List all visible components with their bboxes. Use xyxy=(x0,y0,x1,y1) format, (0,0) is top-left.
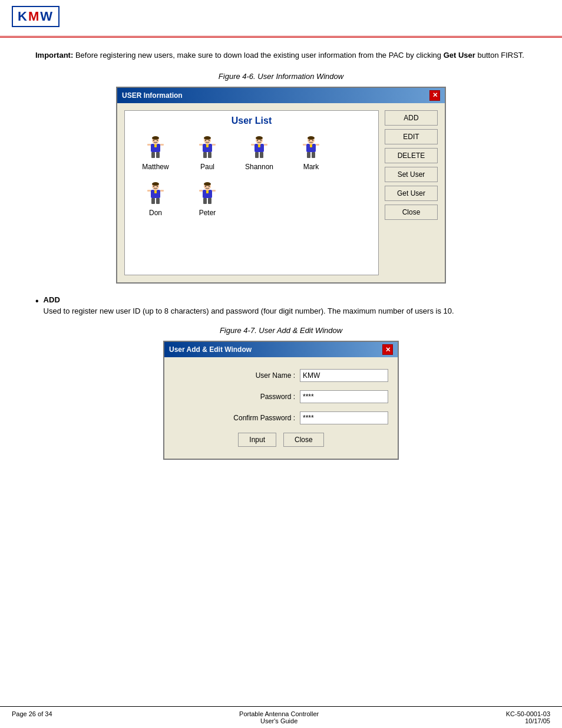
svg-point-54 xyxy=(157,186,158,187)
get-user-button[interactable]: Get User xyxy=(385,186,438,201)
svg-rect-52 xyxy=(154,190,157,193)
user-info-title: USER Information xyxy=(122,91,183,100)
svg-point-31 xyxy=(257,140,258,141)
svg-point-53 xyxy=(153,186,154,187)
svg-rect-8 xyxy=(154,144,157,147)
svg-rect-14 xyxy=(203,152,207,158)
svg-point-65 xyxy=(209,186,210,187)
form-buttons: Input Close xyxy=(174,433,388,447)
logo-w: W xyxy=(40,9,54,24)
username-input[interactable] xyxy=(300,369,388,382)
user-item-mark[interactable]: Mark xyxy=(287,136,335,171)
main-content: Important: Before registering new users,… xyxy=(0,38,562,483)
confirm-password-label: Confirm Password : xyxy=(233,414,295,422)
user-grid-row2: Don xyxy=(130,179,373,219)
input-button[interactable]: Input xyxy=(238,433,276,447)
svg-rect-49 xyxy=(147,190,151,192)
logo-m: M xyxy=(28,9,40,24)
svg-point-10 xyxy=(157,140,158,141)
svg-point-23 xyxy=(256,136,263,140)
get-user-bold: Get User xyxy=(444,51,475,60)
edit-button[interactable]: EDIT xyxy=(385,129,438,144)
user-icon-peter xyxy=(197,182,218,207)
svg-rect-61 xyxy=(212,190,216,192)
confirm-password-row: Confirm Password : xyxy=(174,411,388,424)
footer-center-line2: User's Guide xyxy=(52,717,506,724)
close-user-info-button[interactable]: Close xyxy=(385,205,438,220)
svg-rect-48 xyxy=(156,198,160,204)
user-info-close-button[interactable]: ✕ xyxy=(429,90,440,101)
user-name-mark: Mark xyxy=(303,163,319,171)
important-text1: Before registering new users, make sure … xyxy=(73,51,443,60)
delete-button[interactable]: DELETE xyxy=(385,148,438,163)
user-grid-row1: Matthew xyxy=(130,133,373,173)
user-add-window: User Add & Edit Window ✕ User Name : Pas… xyxy=(163,341,399,460)
password-input[interactable] xyxy=(300,390,388,403)
svg-rect-63 xyxy=(206,190,209,193)
user-add-title: User Add & Edit Window xyxy=(169,345,252,354)
add-bullet-desc: Used to register new user ID (up to 8 ch… xyxy=(44,305,454,317)
svg-rect-30 xyxy=(258,144,260,147)
user-item-matthew[interactable]: Matthew xyxy=(132,136,179,171)
important-bold: Important: xyxy=(35,51,73,60)
add-bullet-title: ADD xyxy=(44,295,454,304)
logo-k: K xyxy=(18,9,28,24)
user-add-close-icon[interactable]: ✕ xyxy=(382,344,393,355)
close-add-button[interactable]: Close xyxy=(283,433,324,447)
svg-rect-7 xyxy=(154,143,157,144)
svg-rect-16 xyxy=(199,144,203,146)
svg-rect-27 xyxy=(251,144,254,146)
svg-rect-51 xyxy=(154,189,157,190)
user-name-don: Don xyxy=(149,209,162,217)
username-label: User Name : xyxy=(256,371,295,380)
bullet-dot: • xyxy=(35,295,39,317)
password-label: Password : xyxy=(260,393,295,401)
svg-rect-58 xyxy=(203,198,207,204)
svg-rect-60 xyxy=(199,190,203,192)
footer-right-line2: 10/17/05 xyxy=(506,717,550,724)
add-bullet-content: ADD Used to register new user ID (up to … xyxy=(44,295,454,317)
user-add-body: User Name : Password : Confirm Password … xyxy=(164,357,398,459)
footer-center-line1: Portable Antenna Controller xyxy=(52,710,506,717)
user-list-title: User List xyxy=(130,116,373,126)
important-text2: button FIRST. xyxy=(475,51,524,60)
svg-point-64 xyxy=(205,186,206,187)
svg-rect-50 xyxy=(160,190,164,192)
user-item-shannon[interactable]: Shannon xyxy=(236,136,283,171)
svg-point-42 xyxy=(309,140,310,141)
user-icon-shannon xyxy=(249,136,270,162)
user-item-don[interactable]: Don xyxy=(132,182,179,217)
user-item-paul[interactable]: Paul xyxy=(184,136,231,171)
user-icon-paul xyxy=(197,136,218,162)
svg-point-21 xyxy=(209,140,210,141)
username-row: User Name : xyxy=(174,369,388,382)
footer-right: KC-50-0001-03 10/17/05 xyxy=(506,710,550,724)
user-item-peter[interactable]: Peter xyxy=(184,182,231,217)
add-button[interactable]: ADD xyxy=(385,110,438,126)
user-add-titlebar: User Add & Edit Window ✕ xyxy=(164,342,398,357)
svg-rect-41 xyxy=(310,144,312,147)
svg-rect-25 xyxy=(255,152,259,158)
svg-rect-5 xyxy=(147,144,151,146)
svg-rect-17 xyxy=(212,144,216,146)
svg-point-45 xyxy=(152,182,159,186)
password-row: Password : xyxy=(174,390,388,403)
svg-point-9 xyxy=(153,140,154,141)
footer-right-line1: KC-50-0001-03 xyxy=(506,710,550,717)
svg-point-1 xyxy=(152,136,159,140)
svg-rect-38 xyxy=(303,144,306,146)
svg-rect-59 xyxy=(208,198,211,204)
svg-rect-4 xyxy=(156,152,160,158)
footer-left: Page 26 of 34 xyxy=(12,710,52,724)
svg-rect-19 xyxy=(206,144,209,147)
figure1-caption: Figure 4-6. User Information Window xyxy=(35,72,527,81)
page-header: K M W xyxy=(0,0,562,38)
svg-point-56 xyxy=(204,182,211,186)
set-user-button[interactable]: Set User xyxy=(385,167,438,182)
kmw-logo: K M W xyxy=(12,6,59,32)
svg-rect-47 xyxy=(151,198,155,204)
confirm-password-input[interactable] xyxy=(300,411,388,424)
user-info-titlebar: USER Information ✕ xyxy=(117,88,445,103)
user-name-shannon: Shannon xyxy=(245,163,273,171)
user-info-window: USER Information ✕ User List xyxy=(116,87,446,284)
